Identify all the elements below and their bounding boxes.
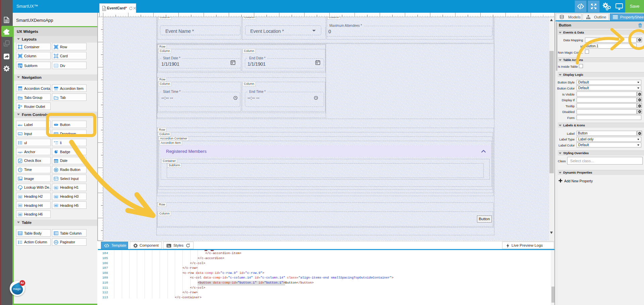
- svg-text:magic: magic: [13, 287, 21, 291]
